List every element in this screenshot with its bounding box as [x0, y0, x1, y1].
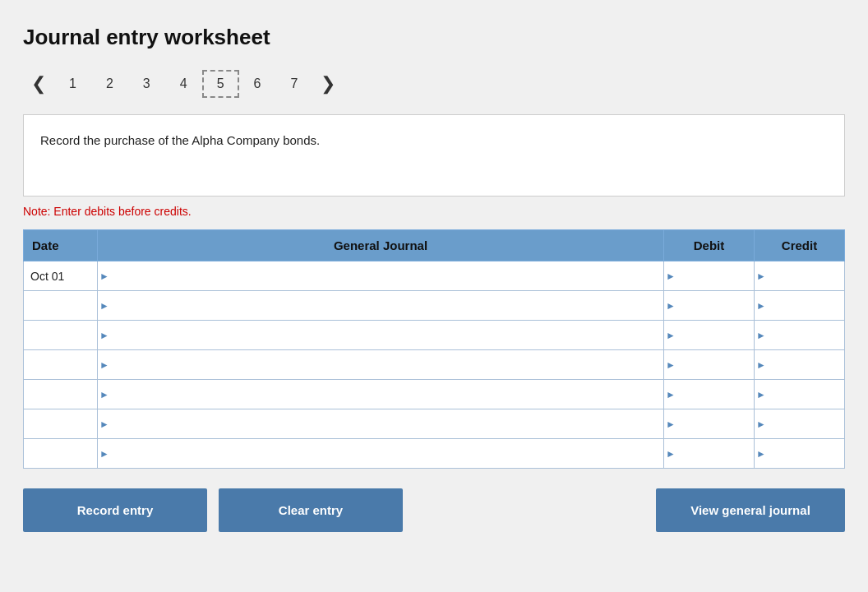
date-cell-5 — [24, 380, 98, 409]
debit-cell-3[interactable]: ► — [664, 321, 755, 350]
credit-cell-4[interactable]: ► — [755, 350, 845, 380]
credit-cell-2[interactable]: ► — [755, 291, 845, 321]
journal-input-5[interactable] — [111, 380, 663, 409]
table-row: ► ► ► — [24, 380, 845, 409]
date-cell-4 — [24, 350, 98, 380]
date-cell-2 — [24, 291, 98, 321]
tab-4[interactable]: 4 — [165, 70, 202, 98]
arrow-icon-6: ► — [99, 419, 109, 430]
date-cell-1: Oct 01 — [24, 261, 98, 291]
debit-input-4[interactable] — [677, 350, 754, 379]
debit-cell-7[interactable]: ► — [664, 439, 755, 469]
debit-cell-6[interactable]: ► — [664, 409, 755, 439]
debit-cell-2[interactable]: ► — [664, 291, 755, 321]
debit-input-7[interactable] — [677, 439, 754, 468]
tab-1[interactable]: 1 — [54, 70, 91, 98]
page-title: Journal entry worksheet — [23, 25, 845, 50]
credit-input-6[interactable] — [768, 409, 844, 438]
debit-cell-5[interactable]: ► — [664, 380, 755, 409]
debit-arrow-1: ► — [666, 271, 676, 282]
journal-input-7[interactable] — [111, 439, 663, 468]
debit-input-3[interactable] — [677, 321, 754, 349]
date-cell-3 — [24, 321, 98, 350]
header-debit: Debit — [664, 230, 755, 261]
credit-arrow-7: ► — [756, 448, 766, 460]
journal-cell-3[interactable]: ► — [98, 321, 664, 350]
credit-input-3[interactable] — [768, 321, 844, 349]
arrow-icon-3: ► — [99, 330, 109, 341]
table-row: ► ► ► — [24, 439, 845, 469]
debit-arrow-2: ► — [666, 300, 676, 312]
journal-input-6[interactable] — [111, 409, 663, 438]
arrow-icon-2: ► — [99, 300, 109, 312]
journal-input-3[interactable] — [111, 321, 663, 349]
debit-input-5[interactable] — [677, 380, 754, 409]
main-container: Journal entry worksheet ❮ 1 2 3 4 5 6 7 … — [23, 25, 845, 532]
journal-input-2[interactable] — [111, 291, 663, 320]
credit-cell-5[interactable]: ► — [755, 380, 845, 409]
credit-input-7[interactable] — [768, 439, 844, 468]
journal-input-4[interactable] — [111, 350, 663, 379]
journal-table: Date General Journal Debit Credit Oct 01… — [23, 229, 845, 469]
button-row: Record entry Clear entry View general jo… — [23, 488, 845, 532]
credit-arrow-3: ► — [756, 330, 766, 341]
debit-arrow-5: ► — [666, 389, 676, 400]
table-row: ► ► ► — [24, 409, 845, 439]
tab-navigation: ❮ 1 2 3 4 5 6 7 ❯ — [23, 68, 845, 99]
debit-arrow-6: ► — [666, 419, 676, 430]
credit-arrow-2: ► — [756, 300, 766, 312]
arrow-icon-4: ► — [99, 359, 109, 371]
credit-arrow-5: ► — [756, 389, 766, 400]
journal-cell-1[interactable]: ► — [98, 261, 664, 291]
credit-input-2[interactable] — [768, 291, 844, 320]
next-arrow[interactable]: ❯ — [312, 68, 344, 99]
credit-input-4[interactable] — [768, 350, 844, 379]
date-cell-6 — [24, 409, 98, 439]
clear-entry-button[interactable]: Clear entry — [219, 488, 403, 532]
description-text: Record the purchase of the Alpha Company… — [40, 133, 320, 147]
credit-arrow-6: ► — [756, 419, 766, 430]
table-row: ► ► ► — [24, 291, 845, 321]
debit-cell-4[interactable]: ► — [664, 350, 755, 380]
prev-arrow[interactable]: ❮ — [23, 68, 54, 99]
journal-input-1[interactable] — [111, 261, 663, 290]
journal-cell-2[interactable]: ► — [98, 291, 664, 321]
header-date: Date — [24, 230, 98, 261]
debit-arrow-4: ► — [666, 359, 676, 371]
tab-6[interactable]: 6 — [239, 70, 276, 98]
tab-2[interactable]: 2 — [91, 70, 128, 98]
tab-3[interactable]: 3 — [128, 70, 165, 98]
debit-input-1[interactable] — [677, 261, 754, 290]
description-box: Record the purchase of the Alpha Company… — [23, 114, 845, 197]
table-row: ► ► ► — [24, 350, 845, 380]
credit-arrow-4: ► — [756, 359, 766, 371]
note-text: Note: Enter debits before credits. — [23, 205, 845, 218]
table-row: ► ► ► — [24, 321, 845, 350]
credit-input-1[interactable] — [768, 261, 844, 290]
debit-input-2[interactable] — [677, 291, 754, 320]
debit-arrow-3: ► — [666, 330, 676, 341]
arrow-icon-5: ► — [99, 389, 109, 400]
debit-input-6[interactable] — [677, 409, 754, 438]
tab-5[interactable]: 5 — [202, 70, 239, 98]
debit-arrow-7: ► — [666, 448, 676, 460]
arrow-icon-1: ► — [99, 271, 109, 282]
credit-arrow-1: ► — [756, 271, 766, 282]
header-credit: Credit — [755, 230, 845, 261]
journal-cell-4[interactable]: ► — [98, 350, 664, 380]
credit-cell-3[interactable]: ► — [755, 321, 845, 350]
table-header-row: Date General Journal Debit Credit — [24, 230, 845, 261]
tab-7[interactable]: 7 — [275, 70, 312, 98]
date-cell-7 — [24, 439, 98, 469]
credit-cell-7[interactable]: ► — [755, 439, 845, 469]
journal-cell-7[interactable]: ► — [98, 439, 664, 469]
credit-input-5[interactable] — [768, 380, 844, 409]
view-general-journal-button[interactable]: View general journal — [656, 488, 845, 532]
record-entry-button[interactable]: Record entry — [23, 488, 207, 532]
credit-cell-1[interactable]: ► — [755, 261, 845, 291]
arrow-icon-7: ► — [99, 448, 109, 460]
debit-cell-1[interactable]: ► — [664, 261, 755, 291]
journal-cell-5[interactable]: ► — [98, 380, 664, 409]
journal-cell-6[interactable]: ► — [98, 409, 664, 439]
credit-cell-6[interactable]: ► — [755, 409, 845, 439]
